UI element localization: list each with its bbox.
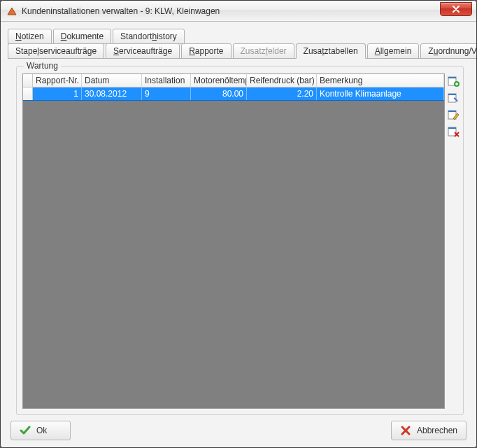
- app-icon: [6, 6, 17, 17]
- tab-notizen[interactable]: Notizen: [8, 29, 52, 44]
- svg-rect-7: [448, 111, 456, 112]
- tab-zusatzfelder: Zusatzfelder: [233, 43, 294, 59]
- cell-datum[interactable]: 30.08.2012: [82, 88, 142, 100]
- side-toolbar: [448, 75, 460, 138]
- cancel-label: Abbrechen: [417, 426, 457, 435]
- delete-row-icon[interactable]: [448, 125, 460, 138]
- tab-row-1: NotizenDokumenteStandorthistory: [8, 29, 469, 44]
- cancel-icon: [400, 425, 411, 436]
- group-wartung: Wartung Rapport-Nr. Datum Installation M…: [16, 66, 464, 415]
- row-indicator: [23, 88, 33, 100]
- group-label: Wartung: [24, 61, 61, 71]
- note-row-icon[interactable]: [448, 108, 460, 121]
- col-datum[interactable]: Datum: [82, 74, 142, 87]
- col-rapport[interactable]: Rapport-Nr.: [33, 74, 82, 87]
- cell-installation[interactable]: 9: [142, 88, 191, 100]
- cell-reifen[interactable]: 2.20: [247, 88, 317, 100]
- svg-rect-9: [448, 127, 456, 129]
- close-icon: [452, 6, 460, 13]
- tab-stapelserviceauftr-ge[interactable]: Stapelserviceaufträge: [8, 43, 104, 59]
- dialog-button-row: Ok Abbrechen: [8, 421, 469, 442]
- tab-allgemein[interactable]: Allgemein: [367, 43, 420, 59]
- tab-row-2: StapelserviceaufträgeServiceaufträgeRapp…: [8, 43, 469, 59]
- col-installation[interactable]: Installation: [142, 74, 191, 87]
- cell-oil[interactable]: 80.00: [191, 88, 247, 100]
- tab-zuordnung-vertr-ge[interactable]: Zuordnung/Verträge: [420, 43, 477, 59]
- grid-header: Rapport-Nr. Datum Installation Motorenöl…: [23, 74, 444, 88]
- col-reifen[interactable]: Reifendruck (bar): [247, 74, 317, 87]
- tab-body: Wartung Rapport-Nr. Datum Installation M…: [8, 58, 469, 421]
- row-indicator-header: [23, 74, 33, 87]
- svg-rect-1: [448, 77, 456, 78]
- window-title: Kundeninstallationen verwalten - 9: KLW,…: [22, 6, 440, 16]
- table-row[interactable]: 1 30.08.2012 9 80.00 2.20 Kontrolle Klim…: [23, 88, 444, 101]
- close-button[interactable]: [440, 2, 472, 16]
- svg-rect-4: [448, 94, 456, 95]
- ok-button[interactable]: Ok: [10, 421, 71, 440]
- ok-label: Ok: [36, 426, 47, 435]
- tab-zusatztabellen[interactable]: Zusatztabellen: [296, 43, 366, 59]
- col-oil[interactable]: Motorenöltempe: [191, 74, 247, 87]
- tab-standorthistory[interactable]: Standorthistory: [113, 29, 185, 44]
- tab-serviceauftr-ge[interactable]: Serviceaufträge: [106, 43, 180, 59]
- edit-row-icon[interactable]: [448, 92, 460, 104]
- client-area: NotizenDokumenteStandorthistory Stapelse…: [1, 22, 476, 447]
- titlebar[interactable]: Kundeninstallationen verwalten - 9: KLW,…: [1, 1, 476, 22]
- cell-rapport[interactable]: 1: [33, 88, 82, 100]
- tab-dokumente[interactable]: Dokumente: [53, 29, 111, 44]
- grid-body: 1 30.08.2012 9 80.00 2.20 Kontrolle Klim…: [23, 88, 444, 408]
- dialog-window: Kundeninstallationen verwalten - 9: KLW,…: [0, 0, 477, 448]
- check-icon: [20, 425, 31, 436]
- cancel-button[interactable]: Abbrechen: [391, 421, 467, 440]
- tab-rapporte[interactable]: Rapporte: [181, 43, 231, 59]
- col-bemerkung[interactable]: Bemerkung: [317, 74, 444, 87]
- cell-bemerkung[interactable]: Kontrolle Klimaanlage: [317, 88, 444, 100]
- grid[interactable]: Rapport-Nr. Datum Installation Motorenöl…: [22, 74, 445, 409]
- add-row-icon[interactable]: [448, 75, 460, 88]
